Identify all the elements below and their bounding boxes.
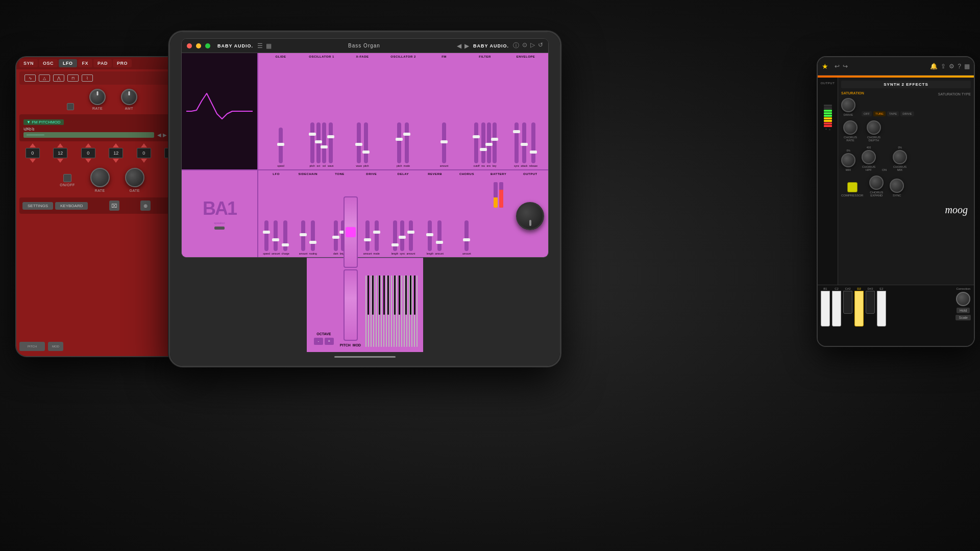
ba-filter-slider3[interactable]	[487, 122, 491, 163]
settings-button[interactable]: SETTINGS	[22, 202, 53, 210]
seq-arrow-down-4[interactable]	[113, 159, 119, 163]
ba-info-icon[interactable]: ⓘ	[513, 41, 519, 50]
moog-wk-c2[interactable]	[832, 291, 841, 327]
seq-arrow-up-4[interactable]	[113, 143, 119, 147]
ba-undo-icon[interactable]: ↺	[538, 41, 543, 50]
ba-osc1-slider4[interactable]	[329, 122, 333, 163]
comp-led[interactable]	[847, 182, 857, 192]
traffic-light-minimize[interactable]	[196, 43, 201, 48]
ba-prev-icon[interactable]: ◀	[457, 42, 461, 49]
ba-tone-slider1[interactable]	[334, 220, 338, 251]
moog-bk-cs2[interactable]	[843, 291, 852, 314]
ba-lfo-slider3[interactable]	[283, 220, 287, 251]
bk-ds[interactable]	[372, 276, 374, 315]
ba-next-icon[interactable]: ▶	[464, 42, 469, 49]
seq-arrow-up-1[interactable]	[30, 143, 36, 147]
ba-osc1-slider1[interactable]	[310, 122, 314, 163]
sat-type-off[interactable]: OFF	[862, 111, 872, 116]
sat-type-drive[interactable]: DRIVE	[900, 111, 914, 116]
moog-bk-ds2[interactable]	[866, 291, 875, 314]
ba-drive-slider1[interactable]	[365, 220, 370, 251]
piano-key-f2[interactable]	[391, 276, 392, 347]
bottom-gate-knob[interactable]	[125, 168, 144, 187]
rate-knob[interactable]	[89, 89, 106, 105]
fm-right[interactable]: ▶	[163, 132, 167, 138]
ba-play-icon[interactable]: ▷	[530, 41, 535, 50]
seq-arrow-down-2[interactable]	[57, 159, 63, 163]
mod-slider[interactable]: MOD	[48, 342, 63, 351]
ba-env-slider3[interactable]	[531, 122, 535, 163]
moog-wk-d2[interactable]	[854, 291, 864, 327]
bk-gs[interactable]	[383, 276, 385, 315]
ba-grid-icon[interactable]: ▦	[266, 42, 272, 49]
nav-lfo[interactable]: LFO	[59, 59, 77, 67]
ba-chorus-slider1[interactable]	[464, 220, 469, 251]
ba-osc1-slider2[interactable]	[316, 122, 321, 163]
wave-sine[interactable]: ∿	[24, 74, 36, 82]
keyboard-button[interactable]: KEYBOARD	[55, 202, 88, 210]
octave-minus-btn[interactable]: -	[314, 338, 323, 345]
mod-strip[interactable]	[344, 269, 358, 341]
piano-key-d2[interactable]	[386, 276, 387, 347]
bottom-rate-knob[interactable]	[90, 168, 110, 187]
bluetooth-icon[interactable]: ⊕	[140, 201, 151, 211]
nav-pad[interactable]: PAD	[93, 59, 112, 67]
sat-type-tape[interactable]: TAPE	[887, 111, 899, 116]
moog-star-icon[interactable]: ★	[822, 62, 828, 70]
nav-fx[interactable]: FX	[78, 59, 93, 67]
ba-drive-slider2[interactable]	[375, 220, 379, 251]
seq-arrow-up-2[interactable]	[57, 143, 63, 147]
ba-reverb-slider2[interactable]	[437, 220, 442, 251]
sat-knob[interactable]	[841, 98, 855, 112]
moog-redo-icon[interactable]: ↪	[843, 63, 848, 70]
chorus-rate-knob[interactable]	[843, 120, 857, 135]
pitch-slider[interactable]: PITCH	[19, 342, 45, 351]
moog-wk-b1[interactable]	[821, 291, 830, 327]
ba-filter-slider1[interactable]	[474, 122, 478, 163]
expand-knob[interactable]	[869, 176, 884, 190]
traffic-light-close[interactable]	[187, 43, 192, 48]
ba-osc2-slider1[interactable]	[397, 122, 401, 163]
ba-toggle[interactable]	[214, 227, 225, 230]
chorus-mix-knob[interactable]	[893, 150, 907, 164]
wave-square[interactable]: ⊓	[67, 74, 79, 82]
chorus-hpf-knob[interactable]	[862, 150, 876, 164]
traffic-light-maximize[interactable]	[205, 43, 210, 48]
seq-arrow-down-1[interactable]	[30, 159, 36, 163]
pitch-strip[interactable]	[344, 196, 358, 268]
ba-delay-slider3[interactable]	[409, 220, 413, 251]
wave-tri[interactable]: △	[39, 74, 50, 82]
seq-btn-2[interactable]: 12	[53, 148, 67, 158]
ba-menu-icon[interactable]: ☰	[257, 42, 263, 49]
ba-delay-slider2[interactable]	[400, 220, 404, 251]
settings-icon[interactable]: ⌧	[109, 201, 119, 211]
seq-btn-4[interactable]: 12	[109, 148, 123, 158]
ba-glide-slider1[interactable]	[279, 128, 283, 163]
ba-lfo-slider2[interactable]	[274, 220, 278, 251]
bk-as[interactable]	[387, 276, 389, 315]
seq-arrow-up-3[interactable]	[85, 143, 91, 147]
ba-delay-slider1[interactable]	[393, 220, 397, 251]
moog-grid-icon[interactable]: ▦	[964, 63, 970, 70]
wave-random[interactable]: ⌇	[82, 74, 93, 82]
piano-key-e1[interactable]	[371, 276, 372, 347]
bk-fs[interactable]	[379, 276, 380, 315]
ba-xfade-slider1[interactable]	[357, 122, 361, 163]
ba-env-slider1[interactable]	[514, 122, 519, 163]
ba-output-knob[interactable]	[516, 202, 544, 230]
nav-syn[interactable]: SYN	[19, 59, 38, 67]
correction-knob[interactable]	[956, 292, 970, 306]
hold-button[interactable]: Hold	[957, 308, 970, 313]
piano-key-g3[interactable]	[411, 276, 412, 347]
bk-ds2[interactable]	[399, 276, 400, 315]
piano-key-a2[interactable]	[396, 276, 397, 347]
seq-arrow-down-3[interactable]	[85, 159, 91, 163]
seq-btn-1[interactable]: 0	[26, 148, 40, 158]
mix-knob[interactable]	[841, 153, 855, 167]
ba-fm-slider1[interactable]	[442, 122, 446, 163]
ba-osc1-slider3[interactable]	[322, 122, 326, 163]
ba-env-slider2[interactable]	[522, 122, 526, 163]
piano-key-g1[interactable]	[376, 276, 377, 347]
seq-arrow-up-5[interactable]	[141, 143, 147, 147]
moog-undo-icon[interactable]: ↩	[835, 63, 840, 70]
